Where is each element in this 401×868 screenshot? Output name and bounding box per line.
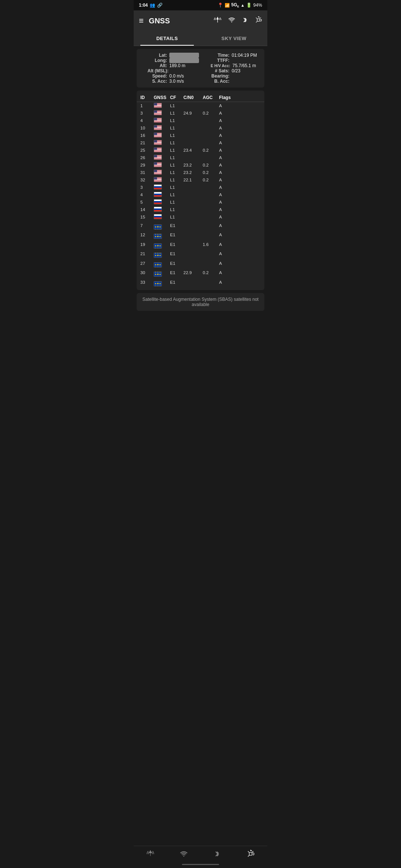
sat-cell-cf: L1 — [170, 207, 183, 212]
sat-cell-cf: L1 — [170, 215, 183, 219]
satellite-rows: 1L1A3L124.90.2A4L1A10L1A16L1A21L1A25L123… — [137, 102, 264, 287]
long-label: Long: — [141, 58, 167, 63]
status-wifi-icon: 📶 — [225, 3, 230, 8]
sat-cell-id: 3 — [140, 111, 154, 115]
sat-cell-flags: A — [219, 242, 261, 247]
speed-value: 0.0 m/s — [169, 73, 184, 79]
sat-cell-flags: A — [219, 133, 261, 138]
table-row: 15L1A — [137, 213, 264, 221]
sat-cell-flags: A — [219, 126, 261, 130]
sat-cell-flags: A — [219, 207, 261, 212]
details-right-col: Time: 01:04:19 PM TTFF: E H/V Acc: 75.7/… — [200, 53, 260, 84]
sat-cell-cf: E1 — [170, 280, 183, 285]
col-header-gnss: GNSS — [154, 95, 170, 100]
sat-cell-cf: L1 — [170, 133, 183, 138]
sat-cell-gnss — [154, 170, 170, 175]
table-row: 30★★★★★★★★★E122.90.2A — [137, 268, 264, 278]
sat-cell-flags: A — [219, 185, 261, 190]
sat-cell-cno: 23.2 — [183, 170, 203, 175]
ttff-row: TTFF: — [203, 58, 260, 63]
sat-cell-id: 15 — [140, 215, 154, 219]
status-time-area: 1:04 👥 🔗 — [139, 3, 163, 8]
sats-value: 0/23 — [232, 68, 240, 73]
sat-cell-gnss: ★★★★★★★★★ — [154, 240, 170, 249]
sat-cell-cf: E1 — [170, 242, 183, 247]
sat-cell-gnss: ★★★★★★★★★ — [154, 259, 170, 267]
table-row: 1L1A — [137, 102, 264, 109]
altmsl-label: Alt (MSL): — [141, 68, 169, 73]
col-header-agc: AGC — [203, 95, 219, 100]
sat-cell-id: 27 — [140, 261, 154, 266]
lat-value-placeholder — [169, 53, 199, 58]
sat-cell-id: 29 — [140, 163, 154, 167]
col-header-flags: Flags — [219, 95, 261, 100]
sat-cell-cf: E1 — [170, 233, 183, 237]
status-signal-icon: ▲ — [241, 3, 245, 7]
status-battery-icon: 🔋 — [246, 3, 252, 8]
sat-cell-gnss — [154, 162, 170, 168]
sat-cell-id: 30 — [140, 270, 154, 275]
menu-icon[interactable]: ≡ — [139, 16, 144, 26]
sat-cell-agc: 0.2 — [203, 178, 219, 182]
sat-cell-id: 16 — [140, 133, 154, 138]
bacc-label: B. Acc: — [203, 79, 229, 84]
satellite-icon[interactable] — [255, 16, 262, 26]
sat-cell-cf: L1 — [170, 126, 183, 130]
antenna-icon[interactable] — [214, 16, 221, 26]
sat-cell-gnss — [154, 184, 170, 190]
sat-cell-agc: 0.2 — [203, 163, 219, 167]
sat-cell-flags: A — [219, 270, 261, 275]
wifi-icon[interactable] — [228, 16, 235, 26]
table-row: 14L1A — [137, 206, 264, 213]
table-row: 26L1A — [137, 154, 264, 161]
sacc-row: S. Acc: 3.0 m/s — [141, 79, 200, 84]
ttff-label: TTFF: — [203, 58, 229, 63]
table-row: 4L1A — [137, 191, 264, 198]
alt-value: 189.0 m — [169, 63, 185, 68]
table-row: 19★★★★★★★★★E11.6A — [137, 240, 264, 249]
status-battery-pct: 94% — [253, 3, 262, 8]
sat-cell-gnss — [154, 192, 170, 198]
sat-cell-cno: 23.2 — [183, 163, 203, 167]
table-row: 27★★★★★★★★★E1A — [137, 259, 264, 268]
sat-cell-agc: 0.2 — [203, 148, 219, 152]
sat-cell-flags: A — [219, 223, 261, 228]
table-row: 10L1A — [137, 124, 264, 132]
bearing-row: Bearing: — [203, 73, 260, 79]
sat-cell-flags: A — [219, 163, 261, 167]
tab-details[interactable]: DETAILS — [134, 31, 200, 46]
sat-cell-gnss — [154, 110, 170, 116]
sat-cell-id: 19 — [140, 242, 154, 247]
sat-cell-id: 31 — [140, 170, 154, 175]
details-card: Lat: Long: Alt: 189.0 m Alt (MSL): Speed… — [137, 49, 264, 88]
sat-cell-id: 10 — [140, 126, 154, 130]
app-bar-left: ≡ GNSS — [139, 16, 170, 26]
sat-cell-gnss: ★★★★★★★★★ — [154, 221, 170, 230]
status-location-icon: 📍 — [218, 3, 223, 8]
sat-cell-flags: A — [219, 103, 261, 108]
sat-cell-gnss — [154, 147, 170, 153]
app-bar: ≡ GNSS — [134, 10, 267, 31]
sat-cell-cf: E1 — [170, 251, 183, 256]
bluetooth-icon[interactable] — [242, 16, 248, 26]
sat-cell-cf: E1 — [170, 270, 183, 275]
sat-cell-flags: A — [219, 111, 261, 115]
sat-cell-cf: L1 — [170, 148, 183, 152]
time-label: Time: — [203, 53, 229, 58]
svg-line-3 — [256, 21, 257, 22]
table-row: 32L122.10.2A — [137, 176, 264, 184]
sat-cell-cf: L1 — [170, 200, 183, 204]
sat-cell-cf: L1 — [170, 141, 183, 145]
sat-cell-id: 33 — [140, 280, 154, 285]
status-bar: 1:04 👥 🔗 📍 📶 5GE ▲ 🔋 94% — [134, 0, 267, 10]
sat-cell-id: 14 — [140, 207, 154, 212]
ehvacc-value: 75.7/65.1 m — [232, 63, 256, 68]
tab-skyview[interactable]: SKY VIEW — [200, 31, 267, 46]
table-row: 29L123.20.2A — [137, 161, 264, 169]
table-row: 3L124.90.2A — [137, 109, 264, 117]
sat-cell-cf: L1 — [170, 163, 183, 167]
table-row: 3L1A — [137, 184, 264, 191]
sat-cell-flags: A — [219, 148, 261, 152]
sacc-label: S. Acc: — [141, 79, 167, 84]
sat-cell-id: 4 — [140, 118, 154, 123]
